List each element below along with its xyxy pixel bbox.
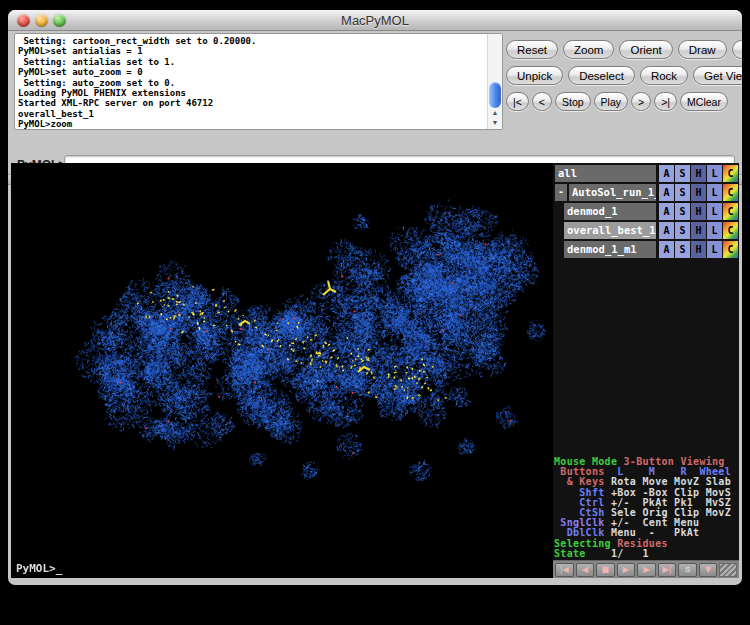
go-to-end-button[interactable]: ▶| — [658, 563, 677, 577]
forward-button[interactable]: > — [631, 92, 651, 111]
action-l-button[interactable]: L — [707, 203, 722, 220]
console-line: Setting: cartoon_rect_width set to 0.200… — [18, 36, 487, 46]
action-s-button[interactable]: S — [675, 222, 690, 239]
step-back-button[interactable]: ◀ — [576, 563, 595, 577]
object-row-overall_best_1: overall_best_1ASHLC — [553, 221, 739, 239]
resize-grip-icon[interactable] — [719, 563, 737, 577]
mouse-panel-text: 1/ 1 — [592, 548, 649, 559]
object-row-denmod_1: denmod_1ASHLC — [553, 202, 739, 220]
screen: MacPyMOL Setting: cartoon_rect_width set… — [0, 0, 750, 625]
viewport-prompt: PyMOL>_ — [16, 562, 62, 575]
console-scrollbar[interactable]: ▲ ▼ — [487, 34, 502, 129]
action-s-button[interactable]: S — [675, 184, 690, 201]
scroll-up-icon[interactable]: ▲ — [488, 108, 502, 118]
object-name[interactable]: denmod_1 — [564, 203, 656, 220]
toolbar-row-3: |<<StopPlay>>|MClear — [506, 92, 728, 111]
action-c-button[interactable]: C — [723, 222, 738, 239]
macpymol-window: MacPyMOL Setting: cartoon_rect_width set… — [8, 10, 742, 585]
toolbar-row-2: UnpickDeselectRockGet View — [506, 66, 742, 85]
action-c-button[interactable]: C — [723, 184, 738, 201]
object-control-panel: allASHLC-AutoSol_run_1_ASHLCdenmod_1ASHL… — [553, 163, 739, 578]
console-text: Setting: cartoon_rect_width set to 0.200… — [15, 34, 487, 129]
movie-control-bar: |◀◀■▶▶▶|S▼ — [553, 560, 739, 578]
action-l-button[interactable]: L — [707, 241, 722, 258]
object-row-all: allASHLC — [553, 164, 739, 182]
action-l-button[interactable]: L — [707, 184, 722, 201]
rock-button[interactable]: Rock — [640, 66, 688, 85]
back-button[interactable]: < — [532, 92, 552, 111]
console-line: overall_best_1 — [18, 109, 487, 119]
object-name[interactable]: overall_best_1 — [564, 222, 656, 239]
action-a-button[interactable]: A — [659, 241, 674, 258]
first-button[interactable]: |< — [506, 92, 529, 111]
console-line: Setting: antialias set to 1. — [18, 57, 487, 67]
action-a-button[interactable]: A — [659, 203, 674, 220]
last-button[interactable]: >| — [654, 92, 677, 111]
title-bar[interactable]: MacPyMOL — [8, 10, 742, 31]
scroll-down-icon[interactable]: ▼ — [488, 118, 502, 128]
action-l-button[interactable]: L — [707, 222, 722, 239]
console-line: PyMOL>zoom — [18, 119, 487, 129]
console-line: PyMOL>set antialias = 1 — [18, 46, 487, 56]
action-l-button[interactable]: L — [707, 165, 722, 182]
mouse-panel-line: State 1/ 1 — [554, 549, 739, 559]
object-list: allASHLC-AutoSol_run_1_ASHLCdenmod_1ASHL… — [553, 164, 739, 259]
reset-button[interactable]: Reset — [506, 40, 558, 59]
action-a-button[interactable]: A — [659, 222, 674, 239]
get-view-button[interactable]: Get View — [693, 66, 742, 85]
action-h-button[interactable]: H — [691, 184, 706, 201]
mouse-panel-text: State — [554, 548, 592, 559]
action-s-button[interactable]: S — [675, 241, 690, 258]
toolbar: ResetZoomOrientDrawRay UnpickDeselectRoc… — [506, 32, 738, 152]
down-button[interactable]: ▼ — [699, 563, 718, 577]
play-button[interactable]: Play — [594, 92, 628, 111]
console-line: Started XML-RPC server on port 46712 — [18, 98, 487, 108]
console-output: Setting: cartoon_rect_width set to 0.200… — [14, 33, 503, 130]
action-h-button[interactable]: H — [691, 241, 706, 258]
main-region: PyMOL>_ allASHLC-AutoSol_run_1_ASHLCdenm… — [8, 163, 742, 578]
object-name[interactable]: denmod_1_m1 — [564, 241, 656, 258]
object-row-denmod_1_m1: denmod_1_m1ASHLC — [553, 240, 739, 258]
mouse-mode-panel[interactable]: Mouse Mode 3-Button Viewing Buttons L M … — [554, 457, 739, 559]
molecule-viewport[interactable]: PyMOL>_ — [11, 163, 553, 578]
stop-button[interactable]: Stop — [555, 92, 591, 111]
action-h-button[interactable]: H — [691, 222, 706, 239]
orient-button[interactable]: Orient — [619, 40, 672, 59]
deselect-button[interactable]: Deselect — [568, 66, 635, 85]
action-a-button[interactable]: A — [659, 165, 674, 182]
upper-pane: Setting: cartoon_rect_width set to 0.200… — [8, 32, 742, 152]
play-button[interactable]: ▶ — [617, 563, 636, 577]
action-c-button[interactable]: C — [723, 165, 738, 182]
action-c-button[interactable]: C — [723, 203, 738, 220]
scene-button[interactable]: S — [678, 563, 697, 577]
collapse-toggle[interactable]: - — [555, 184, 567, 201]
toolbar-row-1: ResetZoomOrientDrawRay — [506, 40, 742, 59]
density-mesh-render[interactable] — [11, 163, 553, 578]
zoom-button[interactable]: Zoom — [563, 40, 614, 59]
draw-button[interactable]: Draw — [678, 40, 727, 59]
console-line: Loading PyMOL PHENIX extensions — [18, 88, 487, 98]
ray-button[interactable]: Ray — [732, 40, 742, 59]
unpick-button[interactable]: Unpick — [506, 66, 563, 85]
step-forward-button[interactable]: ▶ — [637, 563, 656, 577]
scrollbar-thumb[interactable] — [489, 82, 501, 108]
mclear-button[interactable]: MClear — [680, 92, 728, 111]
console-line: Setting: auto_zoom set to 0. — [18, 78, 487, 88]
action-c-button[interactable]: C — [723, 241, 738, 258]
window-title: MacPyMOL — [8, 13, 742, 28]
stop-button[interactable]: ■ — [596, 563, 615, 577]
object-name[interactable]: AutoSol_run_1_ — [569, 184, 656, 201]
action-s-button[interactable]: S — [675, 165, 690, 182]
go-to-start-button[interactable]: |◀ — [555, 563, 574, 577]
action-a-button[interactable]: A — [659, 184, 674, 201]
action-h-button[interactable]: H — [691, 165, 706, 182]
object-row-AutoSol_run_1_: -AutoSol_run_1_ASHLC — [553, 183, 739, 201]
console-line: PyMOL>set auto_zoom = 0 — [18, 67, 487, 77]
action-s-button[interactable]: S — [675, 203, 690, 220]
action-h-button[interactable]: H — [691, 203, 706, 220]
object-name[interactable]: all — [555, 165, 656, 182]
